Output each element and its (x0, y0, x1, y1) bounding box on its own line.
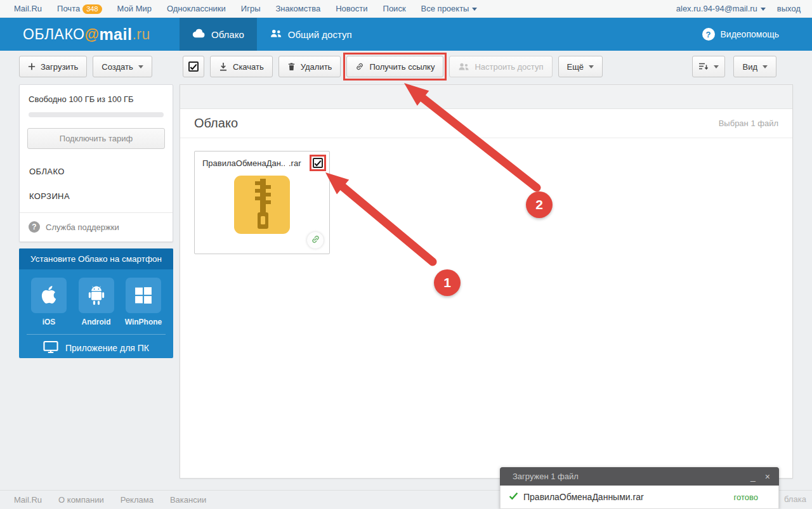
topbar-link-odnoklassniki[interactable]: Одноклассники (167, 4, 226, 13)
app-winphone[interactable]: WinPhone (126, 278, 161, 326)
file-extension: .rar (289, 158, 301, 168)
caret-down-icon (138, 65, 143, 68)
tab-shared-label: Общий доступ (288, 29, 352, 40)
file-name: ПравилаОбменаДан... (202, 158, 285, 168)
tab-cloud-label: Облако (211, 29, 244, 40)
link-icon (355, 62, 364, 71)
uploaded-file-name: ПравилаОбменаДанными.rar (523, 492, 644, 502)
storage-info: Свободно 100 ГБ из 100 ГБ (20, 85, 173, 104)
video-help-label: Видеопомощь (721, 29, 780, 39)
create-button[interactable]: Создать (93, 56, 152, 77)
people-icon (270, 29, 282, 40)
sidebar-item-trash[interactable]: КОРЗИНА (20, 184, 173, 209)
folder-title: Облако (194, 116, 238, 131)
user-account-menu[interactable]: alex.ru.94-94@mail.ru (676, 4, 766, 13)
close-icon[interactable]: × (765, 472, 770, 481)
portal-topbar: Mail.Ru Почта348 Мой Мир Одноклассники И… (0, 0, 812, 18)
sort-icon (698, 62, 709, 71)
selection-status: Выбран 1 файл (719, 119, 778, 128)
footer-partial-text: блака (784, 494, 806, 504)
upload-notification: Загружен 1 файл _ × ПравилаОбменаДанными… (500, 467, 779, 509)
toolbar-left: Загрузить Создать (19, 56, 152, 77)
app-header: ОБЛАКО@mail.ru Облако Общий доступ ? Вид… (0, 18, 812, 51)
sidebar-item-cloud[interactable]: ОБЛАКО (20, 159, 173, 184)
monitor-icon (43, 341, 58, 355)
plus-icon (28, 63, 36, 70)
footer-link-mailru[interactable]: Mail.Ru (14, 495, 42, 505)
delete-button[interactable]: Удалить (278, 56, 341, 77)
topbar-link-news[interactable]: Новости (336, 4, 367, 13)
question-icon: ? (702, 28, 715, 41)
portal-links: Mail.Ru Почта348 Мой Мир Одноклассники И… (0, 4, 477, 14)
caret-down-icon (763, 65, 768, 68)
download-button[interactable]: Скачать (210, 56, 273, 77)
select-all-button[interactable] (183, 56, 204, 77)
topbar-link-mailru[interactable]: Mail.Ru (14, 4, 42, 13)
people-icon (458, 62, 469, 71)
file-checkbox-wrap (313, 158, 323, 168)
annotation-step-1: 1 (434, 269, 461, 296)
view-button[interactable]: Вид (733, 56, 776, 77)
upload-button[interactable]: Загрузить (19, 56, 87, 77)
checkbox-checked-icon (188, 61, 199, 72)
upload-status: готово (734, 493, 758, 502)
windows-icon (126, 278, 161, 313)
cloud-mailru-logo[interactable]: ОБЛАКО@mail.ru (0, 18, 180, 51)
caret-down-icon (589, 65, 594, 68)
download-icon (219, 62, 228, 71)
tab-cloud[interactable]: Облако (180, 18, 257, 51)
file-card[interactable]: ПравилаОбменаДан... .rar (194, 151, 330, 254)
file-browser-panel: Облако Выбран 1 файл ПравилаОбменаДан...… (180, 84, 793, 479)
caret-down-icon (472, 8, 477, 11)
success-check-icon (509, 492, 518, 502)
panel-top-strip (180, 85, 792, 109)
sidebar-nav: ОБЛАКО КОРЗИНА (20, 159, 173, 209)
more-button[interactable]: Ещё (558, 56, 603, 77)
footer-link-about[interactable]: О компании (58, 495, 104, 505)
minimize-icon[interactable]: _ (750, 472, 756, 481)
promo-title: Установите Облако на смартфон (19, 248, 173, 269)
video-help-link[interactable]: ? Видеопомощь (702, 18, 812, 51)
mail-count-badge: 348 (82, 4, 102, 14)
topbar-link-mail[interactable]: Почта348 (57, 4, 102, 14)
caret-down-icon (761, 8, 766, 11)
share-access-button[interactable]: Настроить доступ (449, 56, 552, 77)
app-android[interactable]: Android (79, 278, 114, 326)
topbar-link-all-projects[interactable]: Все проекты (421, 4, 478, 13)
tab-shared-access[interactable]: Общий доступ (257, 18, 365, 51)
storage-progress-bar (29, 112, 164, 117)
topbar-link-moymir[interactable]: Мой Мир (117, 4, 152, 13)
support-label: Служба поддержки (46, 222, 119, 232)
caret-down-icon (714, 65, 719, 68)
annotation-step-2: 2 (526, 191, 553, 218)
topbar-link-search[interactable]: Поиск (383, 4, 406, 13)
file-checkbox[interactable] (313, 158, 323, 168)
footer-link-jobs[interactable]: Вакансии (170, 495, 206, 505)
smartphone-promo: Установите Облако на смартфон iOS Androi… (19, 248, 173, 358)
toolbar-view: Вид (692, 56, 776, 77)
notification-title: Загружен 1 файл (513, 472, 579, 481)
public-link-badge[interactable] (307, 232, 324, 248)
cloud-icon (192, 29, 206, 40)
app-ios[interactable]: iOS (31, 278, 67, 326)
trash-icon (287, 62, 296, 71)
toolbar-actions: Скачать Удалить Получить ссылку Настроит… (183, 56, 603, 77)
sort-button[interactable] (692, 56, 725, 77)
get-link-button[interactable]: Получить ссылку (346, 56, 443, 77)
android-icon (79, 278, 114, 313)
support-link[interactable]: ? Служба поддержки (20, 213, 173, 241)
footer-link-ads[interactable]: Реклама (121, 495, 154, 505)
question-icon: ? (29, 221, 40, 233)
connect-tariff-button[interactable]: Подключить тариф (27, 128, 165, 149)
topbar-link-games[interactable]: Игры (241, 4, 261, 13)
logout-link[interactable]: выход (777, 4, 801, 13)
pc-app-link[interactable]: Приложение для ПК (19, 335, 173, 361)
sidebar: Свободно 100 ГБ из 100 ГБ Подключить тар… (19, 84, 173, 242)
rar-archive-icon (234, 176, 290, 236)
topbar-link-dating[interactable]: Знакомства (276, 4, 321, 13)
apple-icon (31, 278, 67, 313)
link-icon (311, 235, 320, 247)
